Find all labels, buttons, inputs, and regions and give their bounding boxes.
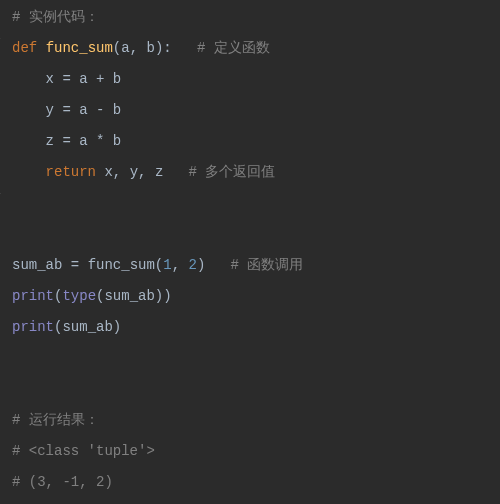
operator-assign: = — [62, 71, 70, 87]
identifier: sum_ab — [62, 319, 112, 335]
comment-hash: # — [189, 164, 197, 180]
space — [163, 164, 188, 180]
identifier: b — [113, 71, 121, 87]
identifier: a — [79, 133, 87, 149]
code-line[interactable]: print(sum_ab) — [12, 312, 500, 343]
comment-text: 定义函数 — [205, 40, 269, 56]
code-line-empty[interactable] — [12, 343, 500, 374]
code-line[interactable]: x = a + b — [12, 64, 500, 95]
paren-close: ) — [163, 288, 171, 304]
keyword-def: def — [12, 40, 37, 56]
identifier: a — [79, 71, 87, 87]
comment-text: (3, -1, 2) — [20, 474, 112, 490]
colon: : — [163, 40, 171, 56]
code-line-empty[interactable] — [12, 374, 500, 405]
code-line[interactable]: # 实例代码： — [12, 2, 500, 33]
code-line[interactable]: # <class 'tuple'> — [12, 436, 500, 467]
identifier: sum_ab — [104, 288, 154, 304]
space — [62, 257, 70, 273]
keyword-return: return — [46, 164, 96, 180]
code-line[interactable]: y = a - b — [12, 95, 500, 126]
comment-text: 函数调用 — [239, 257, 303, 273]
space — [172, 40, 197, 56]
paren-close: ) — [113, 319, 121, 335]
identifier: y — [46, 102, 54, 118]
code-line-empty[interactable] — [12, 219, 500, 250]
code-line[interactable]: print(type(sum_ab)) — [12, 281, 500, 312]
operator-assign: = — [62, 102, 70, 118]
builtin-print: print — [12, 319, 54, 335]
space — [104, 102, 112, 118]
comment-text: <class 'tuple'> — [20, 443, 154, 459]
code-line[interactable]: z = a * b — [12, 126, 500, 157]
space — [104, 71, 112, 87]
identifier: x — [104, 164, 112, 180]
identifier: y — [130, 164, 138, 180]
identifier: a — [79, 102, 87, 118]
number: 1 — [163, 257, 171, 273]
comma: , — [172, 257, 180, 273]
identifier: x — [46, 71, 54, 87]
comment-text: 实例代码： — [20, 9, 98, 25]
function-call: func_sum — [88, 257, 155, 273]
comma: , — [130, 40, 138, 56]
indent — [12, 164, 46, 180]
comment-hash: # — [231, 257, 239, 273]
comment-text: 运行结果： — [20, 412, 98, 428]
space — [146, 164, 154, 180]
code-line-empty[interactable] — [12, 188, 500, 219]
param: b — [146, 40, 154, 56]
space — [71, 133, 79, 149]
space — [37, 40, 45, 56]
identifier: z — [46, 133, 54, 149]
paren-open: ( — [113, 40, 121, 56]
gutter: ▾ ⌐ — [0, 0, 4, 504]
code-line[interactable]: sum_ab = func_sum(1, 2) # 函数调用 — [12, 250, 500, 281]
operator-assign: = — [62, 133, 70, 149]
comma: , — [113, 164, 121, 180]
fold-marker-icon[interactable]: ▾ — [0, 36, 4, 44]
identifier: b — [113, 102, 121, 118]
function-name: func_sum — [46, 40, 113, 56]
number: 2 — [188, 257, 196, 273]
identifier: sum_ab — [12, 257, 62, 273]
indent — [12, 102, 46, 118]
builtin-type: type — [62, 288, 96, 304]
comment-text: 多个返回值 — [197, 164, 275, 180]
space — [88, 102, 96, 118]
indent — [12, 71, 46, 87]
code-line[interactable]: return x, y, z # 多个返回值 — [12, 157, 500, 188]
space — [71, 71, 79, 87]
param: a — [121, 40, 129, 56]
space — [79, 257, 87, 273]
space — [88, 133, 96, 149]
builtin-print: print — [12, 288, 54, 304]
space — [205, 257, 230, 273]
identifier: b — [113, 133, 121, 149]
space — [88, 71, 96, 87]
fold-end-icon: ⌐ — [0, 190, 4, 198]
code-line[interactable]: def func_sum(a, b): # 定义函数 — [12, 33, 500, 64]
paren-open: ( — [155, 257, 163, 273]
space — [121, 164, 129, 180]
code-line[interactable]: # 运行结果： — [12, 405, 500, 436]
paren-close: ) — [155, 288, 163, 304]
space — [104, 133, 112, 149]
code-line[interactable]: # (3, -1, 2) — [12, 467, 500, 498]
indent — [12, 133, 46, 149]
operator-assign: = — [71, 257, 79, 273]
space — [71, 102, 79, 118]
